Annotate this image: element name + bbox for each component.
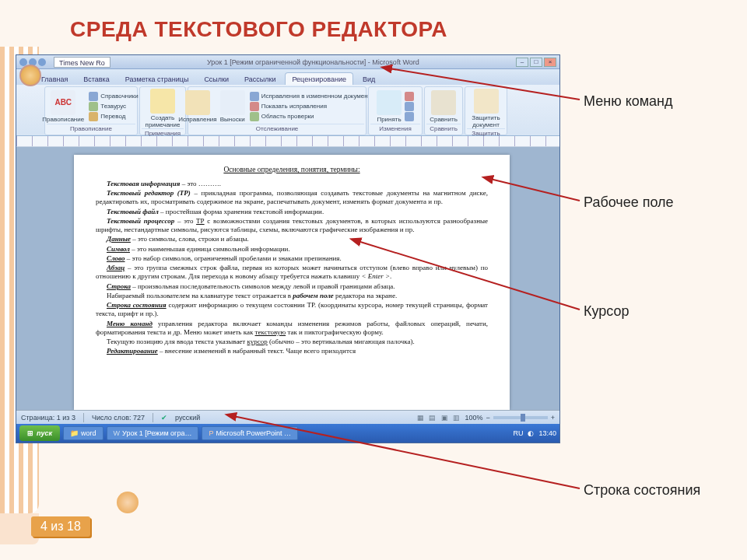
status-proof-icon[interactable]: ✔ — [161, 414, 167, 422]
zoom-value[interactable]: 100% — [465, 414, 482, 422]
ribbon-tabs: Главная Вставка Разметка страницы Ссылки… — [16, 69, 559, 85]
start-button[interactable]: ⊞ пуск — [19, 425, 60, 441]
ribbon-group-changes: Принять Изменения — [368, 86, 423, 135]
doc-heading: Основные определения, понятия, термины: — [96, 166, 488, 175]
group-caption-tracking: Отслеживание — [190, 124, 364, 133]
tray-icon[interactable]: ◐ — [528, 429, 534, 437]
powerpoint-icon: P — [209, 429, 213, 437]
protect-label: Защитить документ — [468, 114, 503, 128]
tab-view[interactable]: Вид — [356, 73, 381, 85]
callout-workarea: Рабочее поле — [584, 194, 674, 211]
ribbon: ABC Правописание Справочники Тезаурус Пе… — [16, 85, 559, 136]
horizontal-ruler[interactable] — [16, 136, 559, 147]
ribbon-group-proofing: ABC Правописание Справочники Тезаурус Пе… — [44, 86, 138, 135]
callout-cursor: Курсор — [584, 303, 630, 320]
folder-icon: 📁 — [70, 429, 79, 437]
new-comment-icon[interactable] — [150, 89, 175, 114]
slide-number-badge: 4 из 18 — [31, 516, 90, 537]
zoom-slider[interactable] — [493, 416, 548, 419]
word-screenshot: Times New Ro Урок 1 [Режим ограниченной … — [16, 54, 560, 443]
new-comment-label: Создать примечание — [143, 114, 182, 128]
research-icon — [89, 92, 98, 101]
zoom-out-icon[interactable]: − — [486, 414, 489, 422]
reviewing-pane-dropdown[interactable]: Область проверки — [248, 112, 376, 121]
maximize-button[interactable]: □ — [530, 58, 542, 67]
decorative-disc — [117, 492, 139, 513]
view-buttons[interactable]: ▦ ▤ ▣ ▥ — [417, 414, 462, 422]
word-titlebar: Times New Ro Урок 1 [Режим ограниченной … — [16, 55, 559, 69]
ribbon-group-tracking: Исправления Выноски Исправления в измене… — [188, 86, 366, 135]
zoom-in-icon[interactable]: + — [551, 414, 555, 422]
tray-lang[interactable]: RU — [513, 429, 523, 437]
thesaurus-icon — [89, 102, 98, 111]
windows-logo-icon: ⊞ — [27, 429, 33, 437]
research-button[interactable]: Справочники — [87, 92, 139, 101]
word-statusbar: Страница: 1 из 3 Число слов: 727 ✔ русск… — [16, 410, 559, 424]
doc-icon — [250, 92, 259, 101]
tab-layout[interactable]: Разметка страницы — [119, 73, 195, 85]
close-button[interactable]: × — [544, 58, 556, 67]
office-button[interactable] — [19, 65, 41, 86]
spelling-label: Правописание — [42, 116, 84, 123]
spelling-icon[interactable]: ABC — [51, 90, 75, 115]
word-icon: W — [114, 429, 121, 437]
prev-change-icon[interactable] — [405, 102, 414, 111]
qat-redo-icon[interactable] — [38, 58, 46, 66]
system-tray[interactable]: RU ◐ 13:40 — [513, 429, 556, 437]
ribbon-group-compare: Сравнить Сравнить — [424, 86, 463, 135]
markup-icon — [250, 102, 259, 111]
callout-statusbar: Строка состояния — [584, 482, 700, 499]
compare-label: Сравнить — [430, 116, 458, 123]
taskbar-item-word[interactable]: WУрок 1 [Режим огра… — [107, 426, 199, 440]
status-word-count[interactable]: Число слов: 727 — [92, 414, 145, 422]
windows-taskbar: ⊞ пуск 📁word WУрок 1 [Режим огра… PMicro… — [16, 424, 559, 443]
taskbar-item-powerpoint[interactable]: PMicrosoft PowerPoint … — [202, 426, 298, 440]
group-caption-changes: Изменения — [370, 124, 420, 133]
tab-insert[interactable]: Вставка — [77, 73, 115, 85]
document-page[interactable]: Основные определения, понятия, термины: … — [74, 155, 510, 410]
callout-menu: Меню команд — [584, 93, 673, 110]
font-name-box[interactable]: Times New Ro — [54, 57, 110, 68]
track-changes-icon[interactable] — [185, 90, 210, 115]
display-for-review-dropdown[interactable]: Исправления в измененном документе — [248, 92, 376, 101]
window-title: Урок 1 [Режим ограниченной функционально… — [110, 58, 516, 66]
slide-title: СРЕДА ТЕКСТОВОГО РЕДАКТОРА — [70, 17, 447, 42]
track-changes-label: Исправления — [178, 116, 216, 123]
accept-icon[interactable] — [377, 90, 402, 115]
group-caption-compare: Сравнить — [426, 124, 461, 133]
tab-references[interactable]: Ссылки — [198, 73, 235, 85]
pane-icon — [250, 112, 259, 121]
reject-icon[interactable] — [405, 92, 414, 101]
balloons-icon[interactable] — [220, 90, 245, 115]
status-page[interactable]: Страница: 1 из 3 — [21, 414, 75, 422]
translate-icon — [89, 112, 98, 121]
tray-clock[interactable]: 13:40 — [538, 429, 556, 437]
balloons-label: Выноски — [220, 116, 245, 123]
taskbar-item-folder[interactable]: 📁word — [63, 426, 103, 440]
compare-icon[interactable] — [431, 90, 456, 115]
accept-label: Принять — [377, 116, 401, 123]
protect-icon[interactable] — [474, 89, 499, 114]
minimize-button[interactable]: – — [516, 58, 528, 67]
tab-mailings[interactable]: Рассылки — [238, 73, 282, 85]
next-change-icon[interactable] — [405, 112, 414, 121]
document-area[interactable]: Основные определения, понятия, термины: … — [16, 147, 559, 410]
tab-review[interactable]: Рецензирование — [285, 72, 353, 85]
show-markup-dropdown[interactable]: Показать исправления — [248, 102, 376, 111]
thesaurus-button[interactable]: Тезаурус — [87, 102, 139, 111]
status-language[interactable]: русский — [175, 414, 200, 422]
ribbon-group-protect: Защитить документ Защитить — [465, 86, 507, 135]
group-caption-proofing: Правописание — [47, 124, 135, 133]
translate-button[interactable]: Перевод — [87, 112, 139, 121]
zoom-control[interactable]: ▦ ▤ ▣ ▥ 100% − + — [417, 414, 555, 422]
